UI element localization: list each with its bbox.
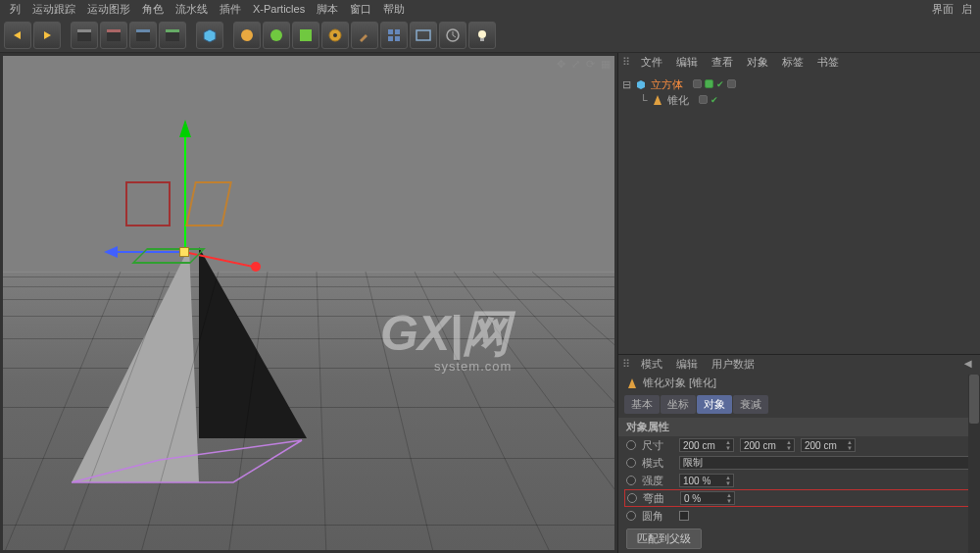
y-axis[interactable] bbox=[184, 134, 186, 252]
obj-tab-4[interactable]: 标签 bbox=[775, 55, 810, 70]
obj-tab-5[interactable]: 书签 bbox=[810, 55, 846, 70]
tree-row-taper[interactable]: └ 锥化 ✔ bbox=[622, 92, 976, 108]
radio-size[interactable] bbox=[626, 440, 636, 450]
attr-mode-tabs: 基本 坐标 对象 衰减 bbox=[618, 393, 980, 416]
tool-grid-2[interactable] bbox=[410, 22, 437, 49]
svg-rect-20 bbox=[480, 38, 484, 41]
attr-tab-0[interactable]: 模式 bbox=[634, 357, 669, 372]
menu-item-2[interactable]: 运动图形 bbox=[81, 2, 136, 17]
panel-grip-icon[interactable]: ⠿ bbox=[622, 56, 630, 69]
menu-item-4[interactable]: 流水线 bbox=[170, 2, 214, 17]
mode-tab-basic[interactable]: 基本 bbox=[624, 395, 660, 414]
vertical-scrollbar[interactable] bbox=[968, 375, 980, 553]
layer-dot-2[interactable] bbox=[699, 95, 708, 104]
curve-field[interactable]: 0 %▲▼ bbox=[680, 491, 735, 505]
radio-strength[interactable] bbox=[626, 476, 636, 485]
tree-row-cube[interactable]: ⊟ 立方体 ✔ bbox=[622, 76, 976, 92]
tool-green-1[interactable] bbox=[263, 22, 290, 49]
visibility-dot[interactable] bbox=[705, 79, 713, 88]
menu-item-9[interactable]: 帮助 bbox=[377, 2, 411, 17]
tool-clapper-3[interactable] bbox=[129, 22, 157, 49]
match-parent-button[interactable]: 匹配到父级 bbox=[626, 528, 702, 549]
tool-grid-1[interactable] bbox=[380, 22, 408, 49]
obj-tab-0[interactable]: 文件 bbox=[634, 55, 669, 70]
row-size: 尺寸 200 cm▲▼ 200 cm▲▼ 200 cm▲▼ bbox=[618, 436, 980, 454]
label-size: 尺寸 bbox=[642, 438, 673, 453]
mode-tab-object[interactable]: 对象 bbox=[697, 395, 732, 414]
svg-line-30 bbox=[532, 272, 617, 350]
check-icon[interactable]: ✔ bbox=[716, 79, 724, 89]
fillet-checkbox[interactable] bbox=[679, 511, 689, 521]
viewport-rotate-icon[interactable]: ⟳ bbox=[586, 58, 595, 71]
svg-rect-10 bbox=[300, 29, 312, 41]
tool-clock[interactable] bbox=[439, 22, 466, 49]
svg-rect-3 bbox=[107, 29, 121, 32]
size-y-field[interactable]: 200 cm▲▼ bbox=[740, 438, 795, 452]
tree-label-cube[interactable]: 立方体 bbox=[651, 77, 683, 92]
tool-light[interactable] bbox=[468, 22, 496, 49]
obj-tab-2[interactable]: 查看 bbox=[705, 55, 740, 70]
yz-plane-handle[interactable] bbox=[125, 181, 171, 226]
tool-gold-gear[interactable] bbox=[321, 22, 349, 49]
radio-curve[interactable] bbox=[627, 493, 637, 503]
tag-dot[interactable] bbox=[727, 79, 736, 88]
viewport-move-icon[interactable]: ✥ bbox=[557, 58, 565, 71]
menu-item-7[interactable]: 脚本 bbox=[311, 2, 344, 17]
panel-grip-icon-2[interactable]: ⠿ bbox=[622, 358, 630, 371]
tool-clapper-4[interactable] bbox=[159, 22, 186, 49]
strength-field[interactable]: 100 %▲▼ bbox=[679, 474, 734, 487]
tool-gold-1[interactable] bbox=[233, 22, 261, 49]
menu-item-3[interactable]: 角色 bbox=[136, 2, 170, 17]
cube-icon bbox=[635, 78, 647, 90]
obj-tab-1[interactable]: 编辑 bbox=[669, 55, 705, 70]
expand-minus-icon[interactable]: ⊟ bbox=[622, 78, 631, 91]
check-icon-2[interactable]: ✔ bbox=[710, 95, 718, 105]
menu-item-5[interactable]: 插件 bbox=[214, 2, 247, 17]
tool-redo[interactable] bbox=[33, 22, 61, 49]
row-strength: 强度 100 %▲▼ bbox=[618, 472, 980, 489]
layer-dot[interactable] bbox=[693, 79, 702, 88]
size-x-field[interactable]: 200 cm▲▼ bbox=[679, 438, 734, 452]
viewport-nav-icons[interactable]: ✥ ⤢ ⟳ ▦ bbox=[557, 58, 611, 71]
radio-fillet[interactable] bbox=[626, 511, 636, 521]
x-axis-arrow-icon[interactable] bbox=[104, 246, 118, 258]
menu-item-6[interactable]: X-Particles bbox=[247, 3, 311, 15]
svg-rect-6 bbox=[166, 32, 179, 41]
svg-line-28 bbox=[454, 272, 617, 497]
layout-start[interactable]: 启 bbox=[957, 2, 976, 17]
svg-line-23 bbox=[140, 272, 219, 553]
row-mode: 模式 限制 bbox=[618, 454, 980, 472]
viewport-layout-icon[interactable]: ▦ bbox=[601, 58, 611, 71]
menu-item-8[interactable]: 窗口 bbox=[344, 2, 377, 17]
tool-undo[interactable] bbox=[4, 22, 31, 49]
gizmo-origin[interactable] bbox=[179, 247, 189, 257]
object-tree[interactable]: ⊟ 立方体 ✔ └ 锥化 bbox=[618, 71, 980, 114]
y-axis-arrow-icon[interactable] bbox=[179, 120, 191, 137]
tool-clapper-1[interactable] bbox=[71, 22, 98, 49]
obj-tab-3[interactable]: 对象 bbox=[740, 55, 775, 70]
mode-dropdown[interactable]: 限制 bbox=[679, 456, 972, 470]
tool-green-2[interactable] bbox=[292, 22, 319, 49]
tool-clapper-2[interactable] bbox=[100, 22, 127, 49]
svg-line-24 bbox=[228, 272, 268, 553]
layout-label[interactable]: 界面 bbox=[928, 2, 957, 17]
attr-tab-1[interactable]: 编辑 bbox=[669, 357, 705, 372]
mode-tab-coord[interactable]: 坐标 bbox=[661, 395, 696, 414]
tool-cube[interactable] bbox=[196, 22, 223, 49]
attr-nav-arrow-icon[interactable]: ◄ bbox=[961, 356, 974, 371]
tree-label-taper[interactable]: 锥化 bbox=[667, 93, 689, 108]
size-z-field[interactable]: 200 cm▲▼ bbox=[801, 438, 856, 452]
menu-item-0[interactable]: 列 bbox=[4, 2, 26, 17]
menu-item-1[interactable]: 运动跟踪 bbox=[26, 2, 81, 17]
tool-brush[interactable] bbox=[351, 22, 378, 49]
viewport[interactable]: ✥ ⤢ ⟳ ▦ bbox=[0, 53, 617, 553]
radio-mode[interactable] bbox=[626, 458, 636, 468]
viewport-zoom-icon[interactable]: ⤢ bbox=[571, 58, 580, 71]
attr-tab-2[interactable]: 用户数据 bbox=[705, 357, 761, 372]
svg-rect-17 bbox=[416, 30, 430, 40]
svg-rect-15 bbox=[388, 36, 393, 41]
z-axis-handle-icon[interactable] bbox=[251, 262, 261, 272]
svg-rect-4 bbox=[136, 32, 150, 41]
label-fillet: 圆角 bbox=[642, 509, 673, 524]
mode-tab-falloff[interactable]: 衰减 bbox=[733, 395, 768, 414]
